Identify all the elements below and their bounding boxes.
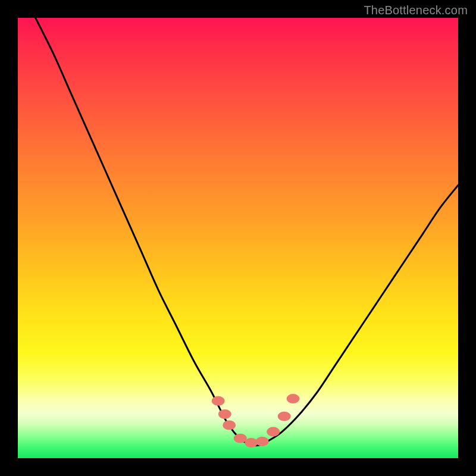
valley-marker-3 <box>256 437 269 446</box>
valley-marker-2 <box>245 438 258 447</box>
right-upper-marker <box>287 394 300 403</box>
bottleneck-curve-path <box>36 18 458 446</box>
left-upper-marker <box>212 396 225 406</box>
left-lower-marker <box>223 421 236 430</box>
left-mid-marker <box>218 409 231 419</box>
right-mid-marker <box>278 412 291 421</box>
curve-layer <box>18 18 458 458</box>
marker-group <box>212 394 300 447</box>
valley-marker-1 <box>234 434 247 443</box>
plot-area <box>18 18 458 458</box>
curve-path <box>36 18 458 446</box>
watermark-text: TheBottleneck.com <box>364 4 468 17</box>
outer-frame: TheBottleneck.com <box>0 0 476 476</box>
right-lower-marker <box>267 427 280 437</box>
